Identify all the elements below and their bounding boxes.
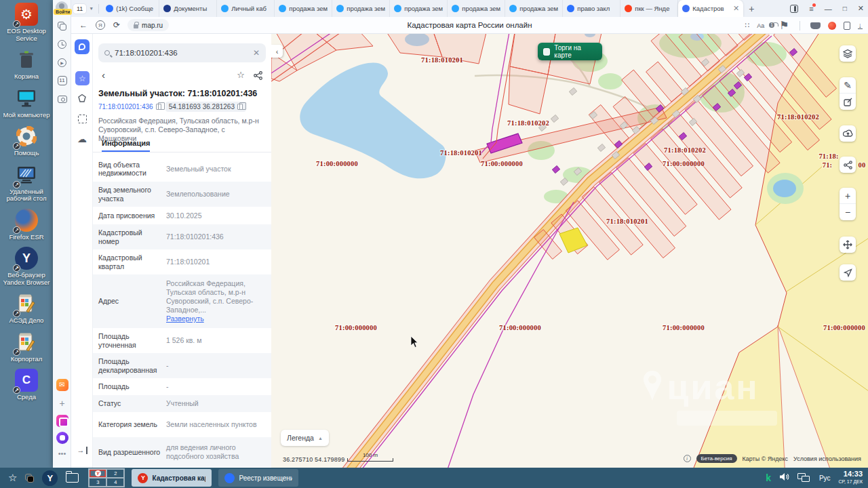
cadnum-chip[interactable]: 71:18:010201:436 [98, 103, 161, 110]
browser-tab[interactable]: Документы [159, 0, 217, 17]
favorite-star-icon[interactable]: ☆ [237, 70, 245, 80]
taskbar-window-button[interactable]: YКадастровая кар... [132, 469, 212, 487]
share-icon[interactable] [254, 70, 262, 83]
file-manager-icon[interactable] [66, 473, 79, 483]
measure-button[interactable]: ✎ [840, 77, 856, 94]
more-icon[interactable]: ••• [56, 447, 68, 460]
alice-sphere-icon[interactable] [828, 22, 836, 30]
desktop-icon-sreda[interactable]: C↗Среда [1, 369, 52, 401]
workspace-active[interactable]: Y [89, 469, 106, 478]
browser-tab[interactable]: (1k) Сообще [102, 0, 159, 17]
app-logo[interactable] [75, 39, 90, 54]
bookmark-icon[interactable]: ⚑ [779, 19, 789, 32]
minimize-button[interactable]: — [825, 5, 832, 13]
desktop-icon-trash[interactable]: Корзина [1, 48, 52, 81]
tab-close-icon[interactable]: ✕ [733, 4, 739, 13]
workspace-switcher[interactable]: Y234 [88, 468, 125, 487]
rail-favorites-button[interactable]: ☆ [75, 71, 90, 85]
workspace-3[interactable]: 3 [89, 478, 106, 487]
desktop-icon-computer[interactable]: Мой компьютер [1, 87, 52, 119]
zoom-in-button[interactable]: + [840, 188, 856, 204]
coords-chip[interactable]: 54.181693 36.281263 [165, 102, 246, 112]
desktop-icon-yandex[interactable]: Y↗Веб-браузер Yandex Browser [1, 247, 52, 286]
browser-tab[interactable]: продажа зем [275, 0, 332, 17]
browser-tab[interactable]: пкк — Янде [620, 0, 678, 17]
map-share-button[interactable] [840, 157, 856, 173]
torgi-toggle[interactable]: Торги на карте [538, 43, 602, 60]
menu-icon[interactable]: ≡ [809, 5, 813, 13]
desktop-icon-help[interactable]: ↗Помощь [1, 125, 52, 157]
expand-link[interactable]: Развернуть [166, 314, 204, 323]
map-collapse-button[interactable]: ‹ [271, 45, 283, 58]
legend-button[interactable]: Легенда▲ [281, 430, 329, 446]
panel-back-button[interactable]: ‹ [102, 69, 105, 81]
tab-count-control[interactable]: 11▼ [73, 3, 96, 14]
torgi-checkbox[interactable] [543, 48, 550, 56]
workspace-4[interactable]: 4 [106, 478, 124, 487]
upload-button[interactable] [840, 125, 856, 142]
desktop-icon-rdp[interactable]: ↗Удалённый рабочий стол [1, 163, 52, 203]
clear-search-icon[interactable]: ✕ [253, 48, 260, 58]
alice-icon[interactable] [56, 431, 68, 444]
collapse-panel-icon[interactable]: → [76, 444, 88, 456]
clock[interactable]: 14:33 СР, 17 ДЕК [838, 470, 863, 485]
window-list-icon[interactable] [25, 474, 34, 483]
services-grid-icon[interactable]: ∷ [745, 21, 749, 30]
browser-tab[interactable]: Кадастров✕ [678, 0, 743, 17]
yandex-disk-icon[interactable] [56, 414, 68, 427]
volume-icon[interactable] [779, 472, 789, 484]
layers-button[interactable] [840, 45, 856, 62]
history-icon[interactable] [56, 38, 68, 51]
copy-icon[interactable] [237, 104, 243, 110]
search-bar[interactable]: ✕ [98, 43, 266, 62]
map-canvas[interactable]: 71:18:01020171:18:01020271:18:01020171:0… [271, 34, 868, 468]
polygon-tool-icon[interactable] [76, 92, 88, 104]
desktop-icon-korportal[interactable]: ↗Корпортал [1, 331, 52, 363]
back-icon[interactable]: ← [79, 20, 87, 30]
workspace-2[interactable]: 2 [106, 469, 124, 478]
close-button[interactable]: ✕ [858, 4, 864, 13]
info-icon[interactable]: i [684, 455, 691, 462]
edit-button[interactable] [840, 94, 856, 110]
terms-link[interactable]: Условия использования [793, 455, 861, 462]
display-settings-icon[interactable] [797, 473, 811, 483]
add-panel-icon[interactable]: + [56, 396, 68, 409]
language-indicator[interactable]: Рус [819, 474, 831, 482]
reload-icon[interactable]: ⟳ [113, 20, 120, 30]
pocket-icon[interactable] [810, 22, 821, 29]
side-panel-icon[interactable] [790, 5, 798, 13]
desktop-icon-eos[interactable]: ⚙↗EOS Desktop Service [1, 3, 52, 42]
login-badge[interactable]: Войти [54, 9, 72, 15]
tab-information[interactable]: Информация [102, 139, 150, 152]
translate-icon[interactable]: Aа [757, 22, 764, 29]
search-input[interactable] [115, 49, 248, 57]
tab-groups-icon[interactable] [56, 20, 68, 33]
yandex-browser-taskbar-icon[interactable]: Y [42, 470, 58, 486]
maximize-button[interactable]: □ [843, 5, 847, 12]
collections-icon[interactable] [844, 22, 850, 30]
browser-tab[interactable]: продажа зем [332, 0, 390, 17]
copy-icon[interactable] [156, 104, 161, 110]
locate-button[interactable] [840, 264, 856, 281]
browser-tab[interactable]: продажа зем [390, 0, 448, 17]
mail-icon[interactable]: ✉ [56, 378, 68, 391]
yandex-services-icon[interactable]: Я [96, 20, 105, 30]
browser-tab[interactable]: право закл [563, 0, 620, 17]
new-tab-button[interactable]: + [749, 3, 754, 14]
browser-tab[interactable]: Личный каб [217, 0, 275, 17]
download-icon[interactable]: ↓ [858, 22, 863, 29]
desktop-icon-delo[interactable]: ↗АСЭД Дело [1, 292, 52, 325]
select-area-icon[interactable] [76, 113, 88, 125]
desktop-icon-firefox[interactable]: ↗Firefox ESR [1, 209, 52, 241]
cloud-icon[interactable]: ☁ [76, 133, 88, 145]
taskbar-window-button[interactable]: Реестр извещени... [218, 469, 298, 487]
zoom-out-button[interactable]: − [840, 204, 856, 220]
tab-counter-icon[interactable]: 11 [56, 74, 68, 87]
address-bar[interactable]: map.ru [127, 19, 169, 31]
browser-tab[interactable]: продажа зем [505, 0, 563, 17]
pan-button[interactable] [840, 237, 856, 253]
start-menu-icon[interactable]: ☆ [8, 472, 17, 484]
play-icon[interactable]: ▶ [56, 56, 68, 69]
screenshot-icon[interactable] [56, 93, 68, 106]
browser-tab[interactable]: продажа зем [448, 0, 505, 17]
